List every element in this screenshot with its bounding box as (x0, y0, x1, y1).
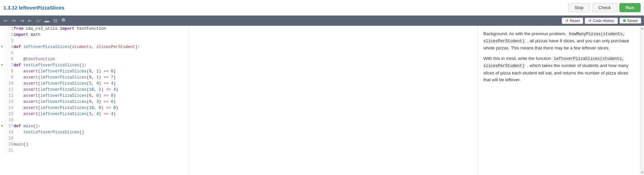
fold-arrow (0, 111, 4, 117)
fold-arrow (0, 32, 4, 38)
fold-arrow (0, 26, 4, 32)
undo-icon[interactable]: ↩ (3, 18, 9, 24)
line-number: 5 (4, 50, 14, 56)
fold-arrow (0, 50, 4, 56)
table-row: 2import math (0, 32, 189, 38)
saved-dot-icon (623, 19, 626, 22)
reset-icon: ↺ (565, 19, 568, 23)
fold-arrow[interactable]: ▼ (0, 123, 4, 129)
comment-icon[interactable]: ▭ (35, 18, 42, 24)
search-icon[interactable]: 🔍 (60, 18, 68, 24)
saved-button[interactable]: Saved (619, 18, 641, 24)
line-number: 19 (4, 135, 14, 141)
table-row: 1from cmu_cs3_utils import testFunction (0, 26, 189, 32)
table-row: 11 assert(leftoverPizzaSlices(10, 2) == … (0, 87, 189, 93)
code-table: 1from cmu_cs3_utils import testFunction2… (0, 26, 189, 154)
fold-arrow (0, 38, 4, 44)
table-row: 18 testLeftoverPizzaSlices() (0, 129, 189, 135)
line-content[interactable] (14, 117, 189, 123)
right-scrollbar[interactable]: ▲ ▼ (640, 26, 644, 175)
line-number: 10 (4, 81, 14, 87)
fold-arrow (0, 105, 4, 111)
line-number: 6 (4, 56, 14, 62)
line-content[interactable]: def leftoverPizzaSlices(students, slices… (14, 44, 189, 50)
fold-arrow (0, 129, 4, 135)
redo-icon[interactable]: ↪ (11, 18, 17, 24)
code-editor[interactable]: 1from cmu_cs3_utils import testFunction2… (0, 26, 189, 175)
table-row: 6 @testFunction (0, 56, 189, 62)
line-content[interactable]: assert(leftoverPizzaSlices(0, 0) == 0) (14, 93, 189, 99)
table-row: ▼7def testLeftoverPizzaSlices(): (0, 62, 189, 68)
scroll-up-arrow[interactable]: ▲ (641, 26, 644, 30)
fold-arrow (0, 135, 4, 141)
line-content[interactable]: assert(leftoverPizzaSlices(10, 2) == 4) (14, 87, 189, 93)
fold-arrow[interactable]: ▼ (0, 44, 4, 50)
description-paragraph1: Background: As with the previous problem… (483, 30, 635, 52)
line-content[interactable]: @testFunction (14, 56, 189, 62)
table-row: 10 assert(leftoverPizzaSlices(5, 4) == 4… (0, 81, 189, 87)
line-content[interactable] (14, 50, 189, 56)
line-content[interactable]: assert(leftoverPizzaSlices(10, 0) == 0) (14, 105, 189, 111)
fold-arrow (0, 141, 4, 148)
line-content[interactable]: import math (14, 32, 189, 38)
line-content[interactable]: from cmu_cs3_utils import testFunction (14, 26, 189, 32)
line-content[interactable]: assert(leftoverPizzaSlices(8, 1) == 0) (14, 68, 189, 74)
reset-button[interactable]: ↺ Reset (562, 18, 583, 24)
line-number: 7 (4, 62, 14, 68)
toolbar: ↩ ↪ ⇥ ⇤ ▭ ▬ ⊟ 🔍 ↺ Reset ↺ Code History S… (0, 16, 644, 26)
fold-arrow (0, 93, 4, 99)
code-history-button[interactable]: ↺ Code History (585, 18, 618, 24)
line-content[interactable] (14, 148, 189, 154)
line-content[interactable]: def testLeftoverPizzaSlices(): (14, 62, 189, 68)
table-row: ▼4def leftoverPizzaSlices(students, slic… (0, 44, 189, 50)
line-content[interactable]: def main(): (14, 123, 189, 129)
line-content[interactable]: assert(leftoverPizzaSlices(3, 4) == 4) (14, 111, 189, 117)
line-number: 2 (4, 32, 14, 38)
line-number: 3 (4, 38, 14, 44)
line-number: 8 (4, 68, 14, 74)
line-number: 12 (4, 93, 14, 99)
fold-arrow (0, 81, 4, 87)
editor-scroll[interactable]: 1from cmu_cs3_utils import testFunction2… (0, 26, 189, 175)
line-content[interactable]: assert(leftoverPizzaSlices(0, 3) == 0) (14, 99, 189, 105)
line-content[interactable] (14, 135, 189, 141)
line-content[interactable]: testLeftoverPizzaSlices() (14, 129, 189, 135)
line-content[interactable]: assert(leftoverPizzaSlices(5, 4) == 4) (14, 81, 189, 87)
stop-button[interactable]: Stop (568, 3, 590, 12)
description-paragraph2: With this in mind, write the function le… (483, 55, 635, 84)
table-row: 9 assert(leftoverPizzaSlices(9, 1) == 7) (0, 74, 189, 81)
description-panel: Background: As with the previous problem… (478, 26, 640, 175)
line-number: 14 (4, 105, 14, 111)
line-content[interactable]: assert(leftoverPizzaSlices(9, 1) == 7) (14, 74, 189, 81)
line-number: 4 (4, 44, 14, 50)
line-number: 9 (4, 74, 14, 81)
line-content[interactable] (14, 38, 189, 44)
line-number: 13 (4, 99, 14, 105)
uncomment-icon[interactable]: ▬ (44, 18, 50, 24)
table-row: 19 (0, 135, 189, 141)
table-row: ▼17def main(): (0, 123, 189, 129)
run-button[interactable]: Run (619, 3, 641, 12)
line-number: 20 (4, 141, 14, 148)
desc-p2-before: With this in mind, write the function (483, 56, 552, 61)
check-button[interactable]: Check (592, 3, 617, 12)
fold-arrow (0, 99, 4, 105)
fold-arrow[interactable]: ▼ (0, 62, 4, 68)
line-number: 1 (4, 26, 14, 32)
format-icon[interactable]: ⊟ (52, 18, 58, 24)
top-bar-left: 1.3.12 leftoverPizzaSlices (3, 5, 64, 10)
line-content[interactable]: main() (14, 141, 189, 148)
table-row: 8 assert(leftoverPizzaSlices(8, 1) == 0) (0, 68, 189, 74)
line-number: 11 (4, 87, 14, 93)
table-row: 20main() (0, 141, 189, 148)
history-icon: ↺ (588, 19, 591, 23)
outdent-icon[interactable]: ⇤ (27, 18, 33, 24)
desc-p1-before: Background: As with the previous problem… (483, 31, 568, 36)
table-row: 13 assert(leftoverPizzaSlices(0, 3) == 0… (0, 99, 189, 105)
indent-icon[interactable]: ⇥ (19, 18, 25, 24)
page-title: 1.3.12 leftoverPizzaSlices (3, 5, 64, 10)
scroll-down-arrow[interactable]: ▼ (641, 171, 644, 174)
table-row: 5 (0, 50, 189, 56)
fold-arrow (0, 148, 4, 154)
toolbar-left: ↩ ↪ ⇥ ⇤ ▭ ▬ ⊟ 🔍 (3, 18, 68, 24)
